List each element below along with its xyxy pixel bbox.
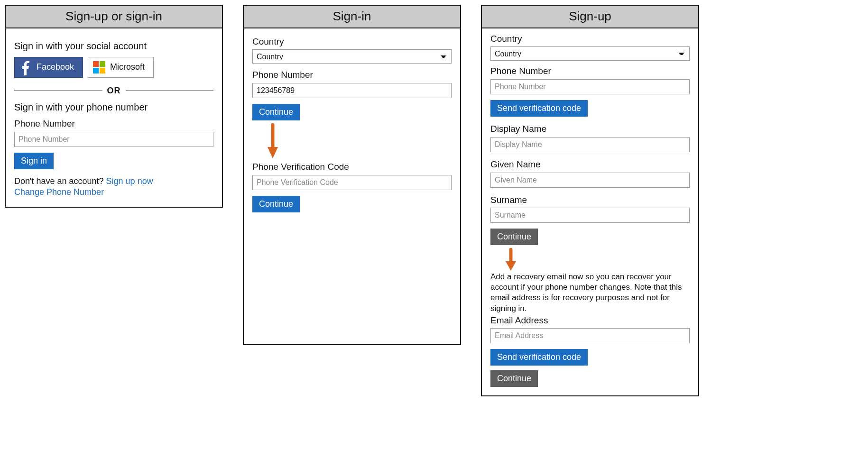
phone-number-label: Phone Number	[252, 69, 452, 81]
sign-up-now-link[interactable]: Sign up now	[106, 176, 153, 186]
panel-title: Sign-up or sign-in	[6, 6, 222, 28]
phone-number-label: Phone Number	[14, 118, 213, 130]
continue-button[interactable]: Continue	[252, 104, 300, 120]
panel-title: Sign-up	[482, 6, 698, 28]
phone-number-label: Phone Number	[490, 65, 690, 77]
sign-in-button[interactable]: Sign in	[14, 153, 54, 169]
phone-number-input[interactable]	[490, 79, 690, 94]
or-separator: OR	[14, 85, 213, 96]
no-account-text: Don't have an account?	[14, 176, 106, 186]
email-address-input[interactable]	[490, 328, 690, 343]
panel-signin: Sign-in Country Country Phone Number Con…	[243, 5, 461, 345]
panel-signup-or-signin: Sign-up or sign-in Sign in with your soc…	[5, 5, 223, 208]
phone-number-input[interactable]	[252, 83, 452, 98]
signup-prompt: Don't have an account? Sign up now Chang…	[14, 176, 213, 198]
phone-number-input[interactable]	[14, 132, 213, 147]
panel-title: Sign-in	[244, 6, 460, 28]
display-name-label: Display Name	[490, 123, 690, 135]
country-select[interactable]: Country	[252, 49, 452, 64]
facebook-label: Facebook	[37, 62, 74, 73]
phone-signin-heading: Sign in with your phone number	[14, 101, 213, 113]
given-name-label: Given Name	[490, 159, 690, 171]
change-phone-number-link[interactable]: Change Phone Number	[14, 187, 104, 197]
facebook-signin-button[interactable]: Facebook	[14, 57, 83, 78]
arrow-down-icon	[506, 248, 516, 271]
arrow-down-icon	[268, 123, 278, 158]
microsoft-icon	[93, 61, 105, 73]
microsoft-label: Microsoft	[110, 62, 145, 73]
continue-button[interactable]: Continue	[490, 229, 538, 245]
microsoft-signin-button[interactable]: Microsoft	[88, 57, 154, 78]
given-name-input[interactable]	[490, 173, 690, 188]
verification-code-input[interactable]	[252, 175, 452, 190]
surname-label: Surname	[490, 194, 690, 206]
or-label: OR	[107, 85, 121, 96]
send-verification-code-button[interactable]: Send verification code	[490, 100, 588, 117]
facebook-icon	[19, 59, 32, 75]
country-select[interactable]: Country	[490, 46, 690, 61]
continue-button-2[interactable]: Continue	[252, 196, 300, 212]
email-address-label: Email Address	[490, 315, 690, 327]
verification-code-label: Phone Verification Code	[252, 161, 452, 173]
country-label: Country	[490, 33, 690, 45]
social-signin-heading: Sign in with your social account	[14, 40, 213, 52]
surname-input[interactable]	[490, 208, 690, 223]
recovery-email-note: Add a recovery email now so you can reco…	[490, 272, 690, 313]
svg-marker-3	[506, 261, 516, 271]
continue-button-2[interactable]: Continue	[490, 370, 538, 387]
send-verification-code-button-2[interactable]: Send verification code	[490, 349, 588, 366]
country-label: Country	[252, 36, 452, 48]
panel-signup: Sign-up Country Country Phone Number Sen…	[481, 5, 699, 396]
display-name-input[interactable]	[490, 137, 690, 152]
svg-marker-1	[268, 147, 278, 158]
